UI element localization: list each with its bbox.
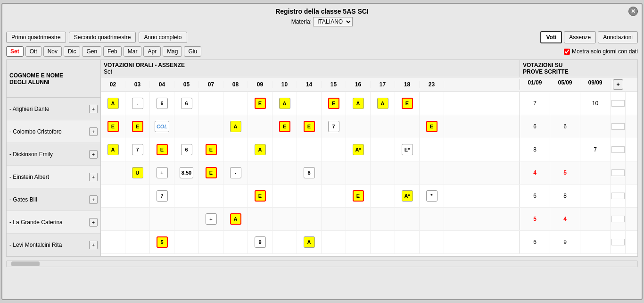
written-grade-input[interactable] bbox=[611, 193, 625, 199]
grade-badge[interactable]: E bbox=[279, 121, 290, 132]
grade-badge[interactable]: 8 bbox=[304, 167, 315, 178]
table-row: 5 9 A 6 9 bbox=[101, 231, 637, 254]
month-bar: Set Ott Nov Dic Gen Feb Mar Apr Mag Giu … bbox=[2, 45, 642, 59]
grade-cell bbox=[395, 161, 420, 184]
grade-badge[interactable]: E bbox=[107, 121, 119, 132]
written-grade-input[interactable] bbox=[611, 123, 625, 130]
students-header: COGNOME E NOMEDEGLI ALUNNI bbox=[7, 60, 100, 98]
grade-badge[interactable]: A bbox=[230, 121, 241, 132]
grade-badge[interactable]: E bbox=[157, 144, 168, 155]
anno-completo-button[interactable]: Anno completo bbox=[139, 32, 187, 43]
voti-button[interactable]: Voti bbox=[540, 31, 562, 43]
grade-badge[interactable]: A bbox=[279, 98, 290, 109]
grade-cell bbox=[272, 161, 297, 184]
grade-badge[interactable]: E bbox=[328, 98, 339, 109]
grade-badge[interactable]: - bbox=[132, 98, 143, 109]
grade-badge[interactable]: A bbox=[304, 236, 315, 248]
add-student-button[interactable]: + bbox=[89, 150, 98, 159]
written-grade-input[interactable] bbox=[611, 146, 625, 153]
written-grade-input[interactable] bbox=[611, 239, 625, 245]
grade-badge[interactable]: 7 bbox=[132, 144, 143, 155]
add-written-date-button[interactable]: + bbox=[611, 79, 626, 90]
grade-cell bbox=[346, 161, 371, 184]
horizontal-scrollbar[interactable] bbox=[6, 261, 638, 267]
grade-badge[interactable]: E bbox=[206, 144, 217, 155]
month-feb[interactable]: Feb bbox=[103, 46, 122, 57]
grade-cell: + bbox=[199, 208, 223, 230]
written-grade-input[interactable] bbox=[611, 216, 625, 222]
close-icon: ✕ bbox=[631, 8, 636, 15]
grade-badge[interactable]: COL bbox=[155, 121, 169, 132]
primo-quadrimestre-button[interactable]: Primo quadrimestre bbox=[6, 32, 66, 43]
written-grade-input[interactable] bbox=[611, 169, 625, 176]
add-student-button[interactable]: + bbox=[89, 127, 98, 136]
month-nov[interactable]: Nov bbox=[43, 46, 62, 57]
grade-cell bbox=[125, 231, 150, 253]
grade-badge[interactable]: E bbox=[353, 190, 364, 202]
show-days-checkbox[interactable] bbox=[564, 49, 570, 55]
date-14: 14 bbox=[297, 81, 322, 88]
add-student-button[interactable]: + bbox=[89, 241, 98, 249]
list-item: - La Grande Caterina + bbox=[7, 211, 100, 234]
grade-badge[interactable]: 7 bbox=[328, 121, 339, 132]
grade-badge[interactable]: A* bbox=[402, 190, 413, 202]
grade-badge[interactable]: E bbox=[304, 121, 315, 132]
month-set[interactable]: Set bbox=[6, 46, 24, 57]
date-04: 04 bbox=[150, 81, 174, 88]
grade-cell bbox=[125, 208, 150, 230]
add-student-button[interactable]: + bbox=[89, 218, 98, 227]
written-date-0909: 09/09 bbox=[580, 79, 611, 90]
grade-badge[interactable]: U bbox=[132, 167, 143, 178]
grade-badge[interactable]: + bbox=[157, 167, 168, 178]
materia-select[interactable]: ITALIANO bbox=[313, 17, 353, 26]
assenze-button[interactable]: Assenze bbox=[564, 31, 596, 43]
grade-badge[interactable]: 7 bbox=[157, 190, 168, 202]
grade-badge[interactable]: A bbox=[255, 144, 266, 155]
grade-cell bbox=[420, 138, 444, 161]
grade-badge[interactable]: E* bbox=[402, 144, 413, 155]
month-giu[interactable]: Giu bbox=[184, 46, 201, 57]
month-mag[interactable]: Mag bbox=[163, 46, 182, 57]
month-gen[interactable]: Gen bbox=[82, 46, 101, 57]
grade-badge[interactable]: + bbox=[206, 213, 217, 225]
grade-badge[interactable]: E bbox=[426, 121, 438, 132]
grade-badge[interactable]: E bbox=[255, 190, 266, 202]
grade-badge[interactable]: 6 bbox=[181, 144, 192, 155]
grade-badge[interactable]: 6 bbox=[157, 98, 168, 109]
grade-badge[interactable]: 6 bbox=[181, 98, 192, 109]
grade-badge[interactable]: E bbox=[206, 167, 217, 178]
grade-badge[interactable]: E bbox=[402, 98, 413, 109]
grade-cell bbox=[395, 231, 420, 253]
month-apr[interactable]: Apr bbox=[143, 46, 161, 57]
grade-badge[interactable]: 9 bbox=[255, 236, 266, 248]
table-row: + A 5 4 bbox=[101, 208, 637, 231]
grade-badge[interactable]: E bbox=[132, 121, 143, 132]
grade-badge[interactable]: A bbox=[353, 98, 364, 109]
add-student-button[interactable]: + bbox=[89, 173, 98, 181]
add-student-button[interactable]: + bbox=[89, 105, 98, 113]
grade-cell bbox=[248, 208, 272, 230]
grade-badge[interactable]: A* bbox=[353, 144, 364, 155]
grade-badge[interactable]: * bbox=[426, 190, 438, 202]
month-ott[interactable]: Ott bbox=[25, 46, 41, 57]
grade-badge[interactable]: A bbox=[107, 98, 119, 109]
month-dic[interactable]: Dic bbox=[64, 46, 80, 57]
grade-badge[interactable]: 5 bbox=[157, 236, 168, 248]
written-input-cell bbox=[611, 92, 626, 115]
annotazioni-button[interactable]: Annotazioni bbox=[598, 31, 638, 43]
grade-badge[interactable]: - bbox=[230, 167, 241, 178]
grade-badge[interactable]: A bbox=[230, 213, 241, 225]
month-mar[interactable]: Mar bbox=[124, 46, 142, 57]
grade-cell bbox=[199, 115, 223, 138]
written-grade-cell bbox=[580, 208, 611, 230]
grade-badge[interactable]: 8.50 bbox=[180, 167, 193, 178]
written-grade-input[interactable] bbox=[611, 100, 625, 107]
add-student-button[interactable]: + bbox=[89, 195, 98, 204]
secondo-quadrimestre-button[interactable]: Secondo quadrimestre bbox=[69, 32, 136, 43]
grade-cell bbox=[297, 185, 322, 207]
grade-badge[interactable]: A bbox=[377, 98, 388, 109]
close-button[interactable]: ✕ bbox=[628, 7, 638, 16]
grade-badge[interactable]: A bbox=[107, 144, 119, 155]
grades-header: VOTAZIONI ORALI - ASSENZE Set VOTAZIONI … bbox=[101, 60, 637, 77]
grade-badge[interactable]: E bbox=[255, 98, 266, 109]
